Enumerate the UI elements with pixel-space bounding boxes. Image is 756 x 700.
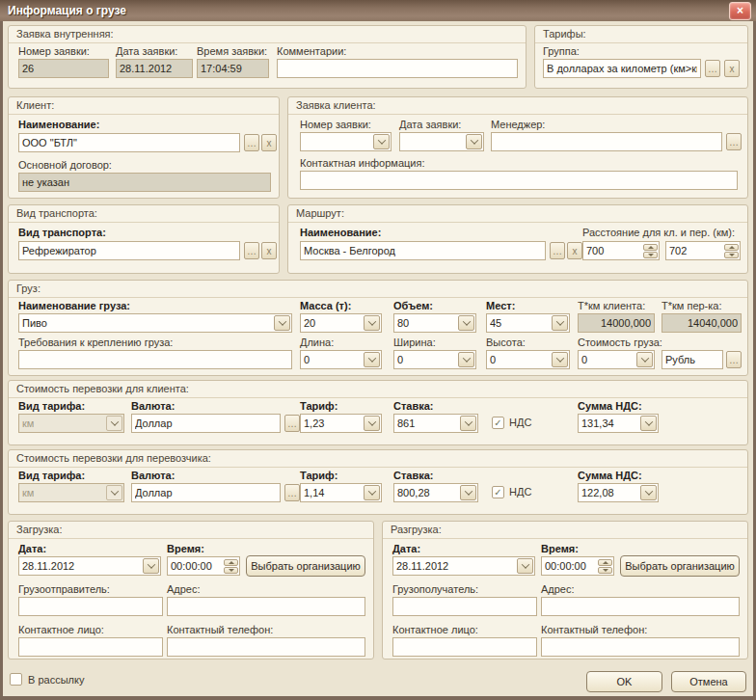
client-vat-checkbox[interactable]: ✓ [492, 417, 504, 429]
spin-up-icon[interactable] [224, 559, 238, 566]
client-vat-sum-combobox[interactable]: 131,34 [578, 414, 659, 433]
route-name-input[interactable]: Москва - Белгород [300, 241, 546, 260]
chevron-down-icon[interactable] [460, 416, 476, 431]
places-label: Мест: [486, 300, 515, 311]
comments-input[interactable] [277, 59, 518, 78]
spin-down-icon[interactable] [643, 252, 658, 258]
cancel-button[interactable]: Отмена [671, 671, 746, 692]
distance-client-stepper[interactable]: 700 [582, 241, 660, 260]
client-clear-button[interactable]: x [261, 134, 277, 151]
client-rate-combobox[interactable]: 861 [393, 414, 478, 433]
loading-time-stepper[interactable]: 00:00:00 [167, 556, 240, 576]
unloading-select-org-button[interactable]: Выбрать организацию [620, 555, 740, 577]
manager-lookup-button[interactable]: … [726, 133, 742, 150]
manager-input[interactable] [491, 132, 722, 151]
chevron-down-icon[interactable] [640, 485, 657, 500]
contact-info-input[interactable] [300, 171, 738, 190]
carrier-currency-input[interactable]: Доллар [131, 483, 281, 502]
chevron-down-icon[interactable] [274, 315, 290, 331]
chevron-down-icon[interactable] [458, 352, 474, 367]
request-date-field: 28.11.2012 [116, 59, 193, 78]
client-currency-lookup-button[interactable]: … [284, 415, 300, 432]
chevron-down-icon[interactable] [458, 315, 474, 331]
spin-down-icon[interactable] [224, 567, 238, 574]
client-lookup-button[interactable]: … [244, 134, 259, 151]
cargo-cost-combobox[interactable]: 0 [578, 350, 655, 369]
chevron-down-icon [106, 416, 122, 431]
carrier-tariff-combobox[interactable]: 1,14 [300, 483, 382, 502]
chevron-down-icon[interactable] [466, 134, 482, 149]
mass-combobox[interactable]: 20 [300, 313, 382, 333]
tariff-group-input[interactable]: В долларах за километр (км>км [543, 59, 701, 78]
height-combobox[interactable]: 0 [486, 350, 570, 369]
route-clear-button[interactable]: x [567, 242, 582, 259]
unloading-phone-input[interactable] [541, 637, 740, 657]
spin-down-icon[interactable] [598, 567, 612, 574]
chevron-down-icon[interactable] [552, 352, 568, 367]
cargo-name-combobox[interactable]: Пиво [18, 313, 292, 333]
chevron-down-icon[interactable] [364, 315, 380, 331]
volume-combobox[interactable]: 80 [393, 313, 476, 333]
chevron-down-icon[interactable] [364, 352, 380, 367]
loading-select-org-button[interactable]: Выбрать организацию [246, 555, 365, 577]
cargo-currency-input[interactable]: Рубль [662, 350, 723, 369]
client-tariff-combobox[interactable]: 1,23 [300, 414, 382, 433]
transport-clear-button[interactable]: x [261, 242, 277, 259]
loading-contact-label: Контактное лицо: [18, 624, 104, 635]
loading-date-combobox[interactable]: 28.11.2012 [18, 556, 161, 576]
spin-up-icon[interactable] [724, 244, 739, 251]
client-request-number-combobox[interactable] [300, 132, 392, 151]
chevron-down-icon[interactable] [373, 134, 390, 149]
carrier-rate-combobox[interactable]: 800,28 [393, 483, 478, 502]
length-combobox[interactable]: 0 [300, 350, 382, 369]
distance-carrier-stepper[interactable]: 702 [665, 241, 741, 260]
client-vat-sum-label: Сумма НДС: [578, 400, 642, 412]
chevron-down-icon[interactable] [552, 315, 568, 331]
chevron-down-icon[interactable] [364, 416, 380, 431]
width-combobox[interactable]: 0 [393, 350, 476, 369]
chevron-down-icon[interactable] [364, 485, 380, 500]
unloading-address-input[interactable] [541, 597, 740, 616]
fastening-label: Требования к креплению груза: [18, 337, 173, 348]
chevron-down-icon[interactable] [460, 485, 476, 500]
shipper-label: Грузоотправитель: [18, 583, 110, 595]
route-lookup-button[interactable]: … [550, 242, 565, 259]
clear-icon: x [730, 64, 735, 74]
ok-button[interactable]: OK [586, 671, 662, 692]
client-name-input[interactable]: ООО "БТЛ" [18, 133, 240, 152]
title-bar[interactable]: Информация о грузе × [0, 0, 756, 21]
close-button[interactable]: × [729, 2, 751, 20]
tariff-group-lookup-button[interactable]: … [705, 60, 720, 77]
unloading-contact-input[interactable] [392, 637, 537, 657]
chevron-down-icon[interactable] [636, 352, 653, 367]
spin-up-icon[interactable] [598, 559, 612, 566]
clear-icon: x [267, 246, 272, 256]
mailing-checkbox[interactable] [10, 673, 22, 686]
fastening-input[interactable] [18, 350, 292, 369]
client-request-date-combobox[interactable] [399, 132, 484, 151]
carrier-vat-sum-combobox[interactable]: 122,08 [578, 483, 659, 502]
cargo-currency-lookup-button[interactable]: … [726, 351, 742, 368]
chevron-down-icon[interactable] [640, 416, 657, 431]
loading-contact-input[interactable] [18, 637, 163, 657]
spin-down-icon[interactable] [724, 252, 739, 258]
carrier-currency-lookup-button[interactable]: … [284, 484, 300, 501]
transport-lookup-button[interactable]: … [244, 242, 259, 259]
client-currency-input[interactable]: Доллар [131, 414, 281, 433]
carrier-vat-checkbox[interactable]: ✓ [492, 486, 504, 498]
client-request-group: Заявка клиента: Номер заявки: Дата заявк… [287, 96, 748, 199]
unloading-time-label: Время: [541, 543, 579, 554]
loading-phone-input[interactable] [167, 637, 365, 657]
places-combobox[interactable]: 45 [486, 313, 570, 333]
chevron-down-icon[interactable] [143, 558, 159, 574]
unloading-time-stepper[interactable]: 00:00:00 [541, 556, 614, 576]
transport-type-input[interactable]: Рефрежиратор [18, 241, 240, 260]
tariff-group-clear-button[interactable]: x [724, 60, 740, 77]
shipper-input[interactable] [18, 597, 163, 616]
chevron-down-icon[interactable] [517, 558, 533, 574]
internal-request-group-title: Заявка внутренняя: [9, 26, 526, 43]
unloading-date-combobox[interactable]: 28.11.2012 [392, 556, 535, 576]
loading-address-input[interactable] [167, 597, 365, 616]
spin-up-icon[interactable] [643, 244, 658, 251]
consignee-input[interactable] [392, 597, 537, 616]
